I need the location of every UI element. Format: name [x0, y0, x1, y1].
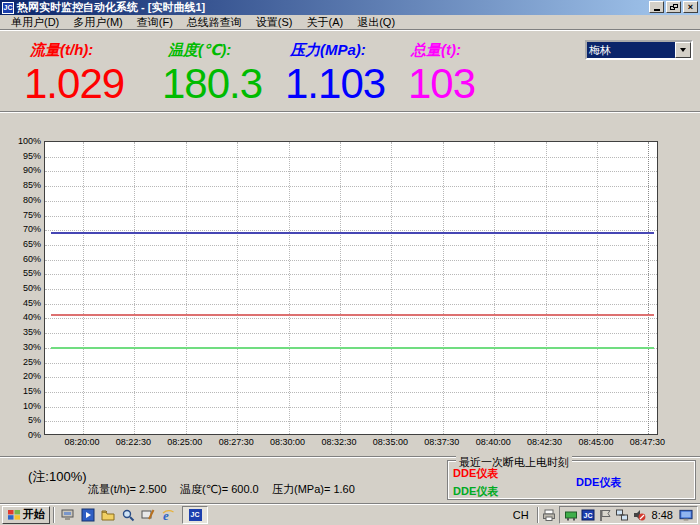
y-tick-label: 25%: [8, 357, 41, 367]
restore-button[interactable]: [666, 1, 681, 13]
window-title: 热网实时监控自动化系统 - [实时曲线1]: [17, 0, 205, 15]
series-line-0: [51, 232, 654, 234]
x-tick-label: 08:30:00: [262, 437, 314, 447]
title-bar: JC 热网实时监控自动化系统 - [实时曲线1] ×: [0, 0, 700, 15]
media-player-button[interactable]: [78, 506, 98, 524]
x-tick-label: 08:37:30: [416, 437, 468, 447]
y-tick-label: 55%: [8, 268, 41, 278]
y-tick-label: 70%: [8, 224, 41, 234]
series-line-2: [51, 347, 654, 349]
internet-explorer-icon: e: [161, 508, 175, 522]
taskbar-clock[interactable]: 8:48: [649, 509, 676, 521]
gridline-h: [45, 171, 657, 172]
app-icon: JC: [2, 2, 14, 14]
readout-value-temperature: 180.3: [162, 64, 262, 104]
fullscale-note: (注:100%): [28, 468, 87, 486]
gridline-h: [45, 216, 657, 217]
workstation-button[interactable]: [58, 506, 78, 524]
x-tick-label: 08:22:30: [107, 437, 159, 447]
printer-icon[interactable]: [542, 508, 556, 522]
gridline-h: [45, 392, 657, 393]
gridline-h: [45, 363, 657, 364]
restore-icon: [670, 4, 678, 11]
volume-muted-icon[interactable]: [632, 508, 646, 522]
gridline-h: [45, 274, 657, 275]
start-button[interactable]: 开始: [2, 506, 50, 524]
chevron-down-icon: [680, 48, 686, 52]
show-desktop-button[interactable]: [138, 506, 158, 524]
search-button[interactable]: [118, 506, 138, 524]
display-icon[interactable]: [679, 508, 693, 522]
gridline-v: [648, 142, 649, 434]
running-task-button[interactable]: JC: [182, 506, 208, 524]
menu-item-0[interactable]: 单用户(D): [4, 15, 66, 30]
menu-item-3[interactable]: 总线路查询: [180, 15, 249, 30]
reference-value-0: 流量(t/h)= 2.500: [88, 482, 167, 497]
svg-text:JC: JC: [583, 512, 592, 519]
y-tick-label: 50%: [8, 283, 41, 293]
gridline-h: [45, 245, 657, 246]
readout-value-flow: 1.029: [24, 64, 124, 104]
gridline-h: [45, 421, 657, 422]
gridline-h: [45, 201, 657, 202]
y-tick-label: 60%: [8, 254, 41, 264]
x-tick-label: 08:32:30: [313, 437, 365, 447]
gridline-h: [45, 186, 657, 187]
workstation-icon: [61, 508, 75, 522]
divider-bottom: [0, 456, 700, 458]
lan-status-icon[interactable]: [615, 508, 629, 522]
language-indicator[interactable]: CH: [508, 509, 534, 521]
gridline-h: [45, 260, 657, 261]
minimize-button[interactable]: [649, 1, 664, 13]
station-select[interactable]: 梅林: [585, 40, 693, 60]
y-tick-label: 10%: [8, 401, 41, 411]
gridline-v: [391, 142, 392, 434]
y-tick-label: 30%: [8, 342, 41, 352]
menu-item-4[interactable]: 设置(S): [249, 15, 300, 30]
y-tick-label: 5%: [8, 415, 41, 425]
readout-label-flow: 流量(t/h):: [30, 41, 93, 60]
reference-value-1: 温度(℃)= 600.0: [180, 482, 259, 497]
gridline-v: [134, 142, 135, 434]
system-tray: JC 8:48: [559, 506, 698, 524]
reference-value-2: 压力(MPa)= 1.60: [272, 482, 355, 497]
station-select-value: 梅林: [587, 42, 675, 58]
gridline-v: [443, 142, 444, 434]
internet-explorer-button[interactable]: e: [158, 506, 178, 524]
close-button[interactable]: ×: [683, 1, 698, 13]
menu-item-1[interactable]: 多用户(M): [66, 15, 130, 30]
windows-logo-icon: [7, 508, 21, 522]
y-tick-label: 90%: [8, 165, 41, 175]
gridline-v: [494, 142, 495, 434]
show-desktop-icon: [141, 508, 155, 522]
menu-item-6[interactable]: 退出(Q): [350, 15, 402, 30]
menu-bar: 单用户(D)多用户(M)查询(F)总线路查询设置(S)关于(A)退出(Q): [0, 15, 700, 30]
flag-icon[interactable]: [598, 508, 612, 522]
x-tick-label: 08:27:30: [210, 437, 262, 447]
gridline-v: [597, 142, 598, 434]
gridline-h: [45, 377, 657, 378]
network-adapter-icon[interactable]: [564, 508, 578, 522]
x-tick-label: 08:25:00: [159, 437, 211, 447]
dde-meter-label-0: DDE仪表: [453, 466, 498, 481]
menu-item-5[interactable]: 关于(A): [300, 15, 351, 30]
dde-meter-label-2: DDE仪表: [576, 475, 621, 490]
app-tray-icon[interactable]: JC: [581, 508, 595, 522]
y-tick-label: 45%: [8, 298, 41, 308]
gridline-h: [45, 304, 657, 305]
gridline-h: [45, 318, 657, 319]
gridline-h: [45, 157, 657, 158]
screen: JC 热网实时监控自动化系统 - [实时曲线1] × 单用户(D)多用户(M)查…: [0, 0, 700, 525]
taskbar-separator: [537, 507, 539, 523]
close-icon: ×: [688, 3, 693, 12]
x-tick-label: 08:42:30: [519, 437, 571, 447]
station-select-dropdown-button[interactable]: [675, 42, 691, 58]
start-button-label: 开始: [23, 507, 45, 522]
readout-label-temperature: 温度(℃):: [168, 41, 231, 60]
app-icon: JC: [189, 509, 202, 521]
y-tick-label: 35%: [8, 327, 41, 337]
x-tick-label: 08:35:00: [364, 437, 416, 447]
menu-item-2[interactable]: 查询(F): [130, 15, 180, 30]
folder-button[interactable]: [98, 506, 118, 524]
gridline-v: [186, 142, 187, 434]
